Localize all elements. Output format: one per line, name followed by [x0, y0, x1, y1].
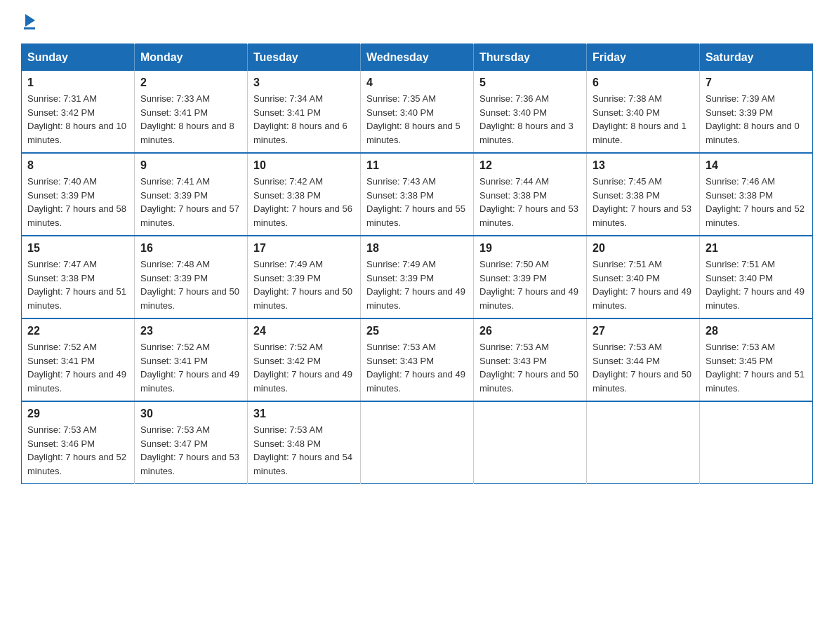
calendar-day-cell: 6Sunrise: 7:38 AMSunset: 3:40 PMDaylight…	[587, 71, 700, 153]
calendar-day-cell: 2Sunrise: 7:33 AMSunset: 3:41 PMDaylight…	[135, 71, 248, 153]
day-number: 20	[593, 242, 694, 255]
day-sun-info: Sunrise: 7:52 AMSunset: 3:41 PMDaylight:…	[140, 340, 241, 395]
day-number: 13	[593, 159, 694, 172]
day-number: 5	[479, 76, 581, 89]
calendar-week-row: 15Sunrise: 7:47 AMSunset: 3:38 PMDayligh…	[22, 236, 813, 318]
calendar-day-cell: 23Sunrise: 7:52 AMSunset: 3:41 PMDayligh…	[135, 318, 248, 401]
header-monday: Monday	[135, 44, 248, 72]
calendar-day-cell: 15Sunrise: 7:47 AMSunset: 3:38 PMDayligh…	[22, 236, 135, 318]
day-sun-info: Sunrise: 7:43 AMSunset: 3:38 PMDaylight:…	[366, 175, 468, 229]
day-sun-info: Sunrise: 7:46 AMSunset: 3:38 PMDaylight:…	[706, 175, 807, 229]
day-sun-info: Sunrise: 7:39 AMSunset: 3:39 PMDaylight:…	[706, 92, 807, 147]
calendar-day-cell: 27Sunrise: 7:53 AMSunset: 3:44 PMDayligh…	[587, 318, 700, 401]
header-saturday: Saturday	[700, 44, 813, 72]
calendar-day-cell: 29Sunrise: 7:53 AMSunset: 3:46 PMDayligh…	[22, 401, 135, 484]
day-sun-info: Sunrise: 7:34 AMSunset: 3:41 PMDaylight:…	[253, 92, 355, 147]
calendar-day-cell: 22Sunrise: 7:52 AMSunset: 3:41 PMDayligh…	[22, 318, 135, 401]
page-header	[21, 14, 813, 29]
calendar-day-cell: 12Sunrise: 7:44 AMSunset: 3:38 PMDayligh…	[474, 153, 587, 236]
day-number: 1	[27, 76, 128, 89]
day-sun-info: Sunrise: 7:53 AMSunset: 3:45 PMDaylight:…	[706, 340, 807, 395]
calendar-day-cell: 25Sunrise: 7:53 AMSunset: 3:43 PMDayligh…	[361, 318, 474, 401]
day-number: 21	[706, 242, 807, 255]
calendar-day-cell	[587, 401, 700, 484]
calendar-day-cell: 28Sunrise: 7:53 AMSunset: 3:45 PMDayligh…	[700, 318, 813, 401]
day-sun-info: Sunrise: 7:53 AMSunset: 3:48 PMDaylight:…	[253, 423, 355, 478]
day-number: 30	[140, 408, 241, 420]
calendar-week-row: 8Sunrise: 7:40 AMSunset: 3:39 PMDaylight…	[22, 153, 813, 236]
calendar-day-cell: 1Sunrise: 7:31 AMSunset: 3:42 PMDaylight…	[22, 71, 135, 153]
calendar-header: Sunday Monday Tuesday Wednesday Thursday…	[22, 44, 813, 72]
calendar-day-cell: 8Sunrise: 7:40 AMSunset: 3:39 PMDaylight…	[22, 153, 135, 236]
day-number: 9	[140, 159, 241, 172]
calendar-day-cell: 11Sunrise: 7:43 AMSunset: 3:38 PMDayligh…	[361, 153, 474, 236]
day-number: 14	[706, 159, 807, 172]
calendar-day-cell: 18Sunrise: 7:49 AMSunset: 3:39 PMDayligh…	[361, 236, 474, 318]
calendar-week-row: 29Sunrise: 7:53 AMSunset: 3:46 PMDayligh…	[22, 401, 813, 484]
day-number: 18	[366, 242, 468, 255]
day-sun-info: Sunrise: 7:53 AMSunset: 3:44 PMDaylight:…	[593, 340, 694, 395]
calendar-day-cell: 17Sunrise: 7:49 AMSunset: 3:39 PMDayligh…	[248, 236, 361, 318]
day-number: 4	[366, 76, 468, 89]
calendar-day-cell: 9Sunrise: 7:41 AMSunset: 3:39 PMDaylight…	[135, 153, 248, 236]
header-tuesday: Tuesday	[248, 44, 361, 72]
day-sun-info: Sunrise: 7:31 AMSunset: 3:42 PMDaylight:…	[27, 92, 128, 147]
day-number: 2	[140, 76, 241, 89]
day-number: 12	[479, 159, 581, 172]
day-number: 11	[366, 159, 468, 172]
day-sun-info: Sunrise: 7:41 AMSunset: 3:39 PMDaylight:…	[140, 175, 241, 229]
day-sun-info: Sunrise: 7:53 AMSunset: 3:43 PMDaylight:…	[479, 340, 581, 395]
calendar-day-cell: 30Sunrise: 7:53 AMSunset: 3:47 PMDayligh…	[135, 401, 248, 484]
day-sun-info: Sunrise: 7:33 AMSunset: 3:41 PMDaylight:…	[140, 92, 241, 147]
day-sun-info: Sunrise: 7:51 AMSunset: 3:40 PMDaylight:…	[593, 257, 694, 312]
day-sun-info: Sunrise: 7:38 AMSunset: 3:40 PMDaylight:…	[593, 92, 694, 147]
day-sun-info: Sunrise: 7:49 AMSunset: 3:39 PMDaylight:…	[366, 257, 468, 312]
logo-triangle-icon	[25, 14, 35, 27]
day-sun-info: Sunrise: 7:51 AMSunset: 3:40 PMDaylight:…	[706, 257, 807, 312]
calendar-day-cell: 3Sunrise: 7:34 AMSunset: 3:41 PMDaylight…	[248, 71, 361, 153]
day-sun-info: Sunrise: 7:53 AMSunset: 3:46 PMDaylight:…	[27, 423, 128, 478]
day-sun-info: Sunrise: 7:53 AMSunset: 3:43 PMDaylight:…	[366, 340, 468, 395]
calendar-day-cell: 24Sunrise: 7:52 AMSunset: 3:42 PMDayligh…	[248, 318, 361, 401]
calendar-day-cell: 4Sunrise: 7:35 AMSunset: 3:40 PMDaylight…	[361, 71, 474, 153]
day-sun-info: Sunrise: 7:35 AMSunset: 3:40 PMDaylight:…	[366, 92, 468, 147]
calendar-body: 1Sunrise: 7:31 AMSunset: 3:42 PMDaylight…	[22, 71, 813, 484]
calendar-day-cell: 20Sunrise: 7:51 AMSunset: 3:40 PMDayligh…	[587, 236, 700, 318]
day-number: 28	[706, 325, 807, 337]
day-number: 15	[27, 242, 128, 255]
calendar-week-row: 1Sunrise: 7:31 AMSunset: 3:42 PMDaylight…	[22, 71, 813, 153]
day-sun-info: Sunrise: 7:52 AMSunset: 3:41 PMDaylight:…	[27, 340, 128, 395]
logo	[21, 14, 35, 29]
calendar-day-cell: 5Sunrise: 7:36 AMSunset: 3:40 PMDaylight…	[474, 71, 587, 153]
day-sun-info: Sunrise: 7:42 AMSunset: 3:38 PMDaylight:…	[253, 175, 355, 229]
day-sun-info: Sunrise: 7:48 AMSunset: 3:39 PMDaylight:…	[140, 257, 241, 312]
calendar-day-cell: 16Sunrise: 7:48 AMSunset: 3:39 PMDayligh…	[135, 236, 248, 318]
day-sun-info: Sunrise: 7:47 AMSunset: 3:38 PMDaylight:…	[27, 257, 128, 312]
day-sun-info: Sunrise: 7:44 AMSunset: 3:38 PMDaylight:…	[479, 175, 581, 229]
day-sun-info: Sunrise: 7:40 AMSunset: 3:39 PMDaylight:…	[27, 175, 128, 229]
day-number: 29	[27, 408, 128, 420]
header-wednesday: Wednesday	[361, 44, 474, 72]
header-sunday: Sunday	[22, 44, 135, 72]
day-number: 22	[27, 325, 128, 337]
logo-underline	[24, 27, 35, 29]
day-number: 24	[253, 325, 355, 337]
calendar-day-cell: 14Sunrise: 7:46 AMSunset: 3:38 PMDayligh…	[700, 153, 813, 236]
day-sun-info: Sunrise: 7:36 AMSunset: 3:40 PMDaylight:…	[479, 92, 581, 147]
calendar-day-cell: 10Sunrise: 7:42 AMSunset: 3:38 PMDayligh…	[248, 153, 361, 236]
day-number: 31	[253, 408, 355, 420]
day-number: 16	[140, 242, 241, 255]
day-number: 7	[706, 76, 807, 89]
calendar-day-cell: 26Sunrise: 7:53 AMSunset: 3:43 PMDayligh…	[474, 318, 587, 401]
day-sun-info: Sunrise: 7:45 AMSunset: 3:38 PMDaylight:…	[593, 175, 694, 229]
calendar-day-cell: 13Sunrise: 7:45 AMSunset: 3:38 PMDayligh…	[587, 153, 700, 236]
day-number: 6	[593, 76, 694, 89]
calendar-day-cell	[700, 401, 813, 484]
day-number: 17	[253, 242, 355, 255]
calendar-day-cell: 21Sunrise: 7:51 AMSunset: 3:40 PMDayligh…	[700, 236, 813, 318]
day-number: 8	[27, 159, 128, 172]
day-number: 23	[140, 325, 241, 337]
header-friday: Friday	[587, 44, 700, 72]
day-sun-info: Sunrise: 7:50 AMSunset: 3:39 PMDaylight:…	[479, 257, 581, 312]
calendar-day-cell: 7Sunrise: 7:39 AMSunset: 3:39 PMDaylight…	[700, 71, 813, 153]
